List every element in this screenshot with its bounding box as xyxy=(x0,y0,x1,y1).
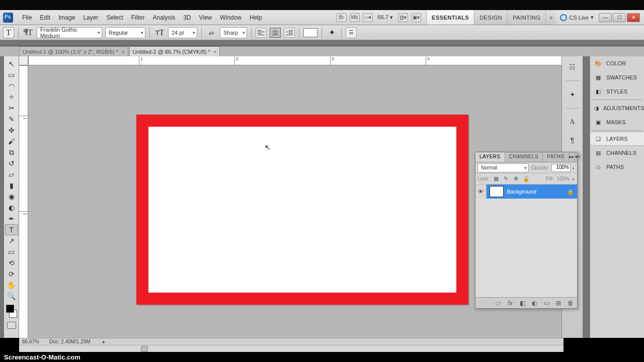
screenmode-icon[interactable]: ▣▾ xyxy=(411,13,421,22)
color-picker[interactable] xyxy=(5,304,18,319)
stamp-tool[interactable]: ⧉ xyxy=(5,147,18,158)
doc-tab-2[interactable]: Untitled-2 @ 66.7% (CMYK/8) *× xyxy=(129,46,220,56)
workspace-design[interactable]: DESIGN xyxy=(474,10,507,25)
paragraph-dock-icon[interactable]: ¶ xyxy=(567,135,578,146)
arrange-icon[interactable]: ▥▾ xyxy=(398,13,408,22)
panel-styles[interactable]: ◧STYLES xyxy=(590,84,644,99)
collapse-panel-icon[interactable]: ▸▸ xyxy=(569,152,575,162)
menu-file[interactable]: File xyxy=(18,12,36,23)
panel-channels[interactable]: ▤CHANNELS xyxy=(590,146,644,160)
paths-tab[interactable]: PATHS xyxy=(543,152,569,162)
layer-name[interactable]: Background xyxy=(507,189,567,195)
path-select-tool[interactable]: ↗ xyxy=(5,235,18,246)
layers-panel[interactable]: LAYERS CHANNELS PATHS ▸▸ ▾≡ Normal Opaci… xyxy=(475,152,578,309)
panel-adjustments[interactable]: ◑ADJUSTMENTS xyxy=(590,101,644,115)
text-color-swatch[interactable] xyxy=(303,28,317,37)
gradient-tool[interactable]: ▮ xyxy=(5,180,18,191)
menu-help[interactable]: Help xyxy=(246,12,266,23)
delete-layer-icon[interactable]: 🗑 xyxy=(566,299,575,307)
layers-tab[interactable]: LAYERS xyxy=(475,152,505,162)
marquee-tool[interactable]: ▭ xyxy=(5,69,18,80)
heal-tool[interactable]: ✜ xyxy=(5,125,18,136)
type-tool[interactable]: T xyxy=(5,224,18,235)
font-weight-select[interactable]: Regular xyxy=(105,27,145,38)
character-dock-icon[interactable]: A xyxy=(567,117,578,128)
maximize-button[interactable]: ☐ xyxy=(613,13,626,22)
horizontal-scrollbar[interactable] xyxy=(19,345,564,352)
blend-mode-select[interactable]: Normal xyxy=(477,163,529,172)
panel-swatches[interactable]: ▦SWATCHES xyxy=(590,70,644,84)
menu-edit[interactable]: Edit xyxy=(36,12,54,23)
layer-row[interactable]: 👁 Background 🔒 xyxy=(475,185,577,199)
character-panel-icon[interactable]: ☰ xyxy=(346,27,357,38)
horizontal-ruler[interactable]: 1 2 3 4 xyxy=(28,56,561,65)
3d-camera-tool[interactable]: ⟳ xyxy=(5,268,18,280)
menu-layer[interactable]: Layer xyxy=(79,12,102,23)
dodge-tool[interactable]: ◐ xyxy=(5,202,18,213)
document[interactable] xyxy=(136,115,468,305)
3d-tool[interactable]: ⟲ xyxy=(5,257,18,268)
panel-menu-icon[interactable]: ▾≡ xyxy=(575,152,582,162)
vertical-ruler[interactable]: 1 2 xyxy=(19,65,28,338)
crop-tool[interactable]: ✂ xyxy=(5,103,18,114)
mask-icon[interactable]: ◧ xyxy=(518,299,527,307)
menu-image[interactable]: Image xyxy=(54,12,79,23)
close-tab-icon[interactable]: × xyxy=(121,49,124,55)
font-family-select[interactable]: Franklin Gothic Medium xyxy=(37,27,102,38)
new-layer-icon[interactable]: ⊞ xyxy=(554,299,563,307)
blur-tool[interactable]: ◉ xyxy=(5,191,18,202)
cslive[interactable]: CS Live ▾ xyxy=(556,14,598,21)
lock-all-icon[interactable]: 🔒 xyxy=(523,175,530,183)
panel-masks[interactable]: ▣MASKS xyxy=(590,115,644,129)
history-brush-tool[interactable]: ↺ xyxy=(5,158,18,169)
fill-input[interactable]: 100% xyxy=(556,176,570,182)
antialias-select[interactable]: Sharp xyxy=(220,27,247,38)
zoom-tool[interactable]: 🔍 xyxy=(5,291,18,302)
opacity-input[interactable]: 100% xyxy=(551,164,571,172)
font-size-select[interactable]: 24 pt xyxy=(168,27,197,38)
hand-tool[interactable]: ✋ xyxy=(5,280,18,291)
close-tab-icon[interactable]: × xyxy=(213,49,216,55)
minimize-button[interactable]: — xyxy=(599,13,612,22)
menu-select[interactable]: Select xyxy=(102,12,127,23)
align-left-button[interactable] xyxy=(256,28,267,38)
quickmask-toggle[interactable] xyxy=(7,322,16,329)
wand-tool[interactable]: ✧ xyxy=(5,92,18,103)
lock-pixel-icon[interactable]: ✎ xyxy=(503,175,510,183)
link-layers-icon[interactable]: ⬭ xyxy=(494,299,503,307)
doc-tab-1[interactable]: Untitled-1 @ 100% (3.5" x 2", RGB/8) *× xyxy=(19,46,128,56)
menu-filter[interactable]: Filter xyxy=(127,12,149,23)
visibility-icon[interactable]: 👁 xyxy=(475,185,487,199)
panel-color[interactable]: 🎨COLOR xyxy=(590,56,644,70)
menu-3d[interactable]: 3D xyxy=(179,12,195,23)
align-center-button[interactable] xyxy=(270,28,281,38)
bridge-icon[interactable]: Br xyxy=(337,13,347,22)
ruler-origin[interactable] xyxy=(19,56,28,65)
workspace-painting[interactable]: PAINTING xyxy=(507,10,545,25)
align-right-button[interactable] xyxy=(284,28,295,38)
eraser-tool[interactable]: ▱ xyxy=(5,169,18,180)
brush-tool[interactable]: 🖌 xyxy=(5,136,18,147)
menu-analysis[interactable]: Analysis xyxy=(148,12,179,23)
orientation-icon[interactable]: ⸿T xyxy=(23,27,34,38)
zoom-display[interactable]: 66.7 ▾ xyxy=(376,14,395,21)
panel-layers[interactable]: ❏LAYERS xyxy=(590,132,644,146)
move-tool[interactable]: ↖ xyxy=(5,58,18,69)
menu-view[interactable]: View xyxy=(195,12,216,23)
layer-thumbnail[interactable] xyxy=(490,186,504,197)
status-docsize[interactable]: Doc: 2.40M/1.29M xyxy=(49,339,91,344)
workspace-essentials[interactable]: ESSENTIALS xyxy=(426,10,474,25)
fx-icon[interactable]: fx xyxy=(506,299,515,307)
history-dock-icon[interactable]: ☷ xyxy=(567,61,578,72)
menu-window[interactable]: Window xyxy=(216,12,246,23)
close-button[interactable]: ✕ xyxy=(627,13,640,22)
warp-text-icon[interactable]: ✦ xyxy=(326,27,337,38)
tool-preset-icon[interactable]: T xyxy=(3,27,14,38)
shape-tool[interactable]: ▭ xyxy=(5,246,18,257)
group-icon[interactable]: ▭ xyxy=(542,299,551,307)
panel-paths[interactable]: ◇PATHS xyxy=(590,160,644,174)
brush-dock-icon[interactable]: ✦ xyxy=(567,89,578,100)
workspace-more[interactable]: » xyxy=(545,10,556,25)
pen-tool[interactable]: ✒ xyxy=(5,213,18,224)
adjustment-icon[interactable]: ◐ xyxy=(530,299,539,307)
